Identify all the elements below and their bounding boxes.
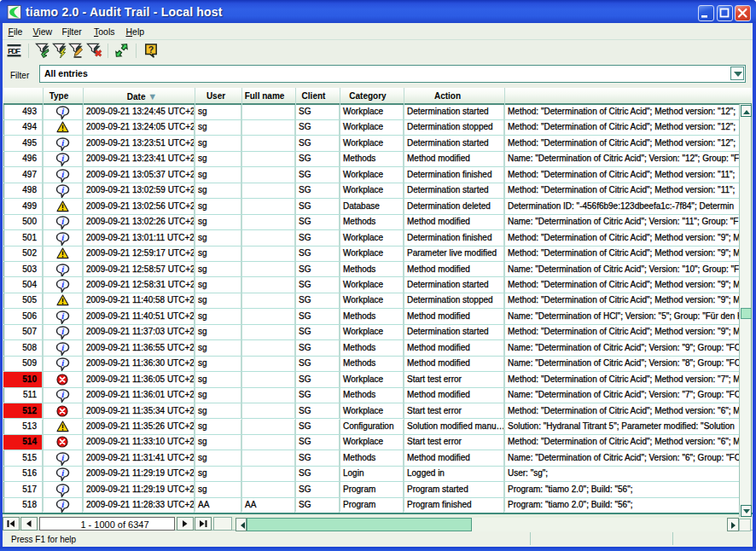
svg-text:?: ? — [148, 44, 154, 55]
svg-text:PDF: PDF — [8, 46, 20, 55]
